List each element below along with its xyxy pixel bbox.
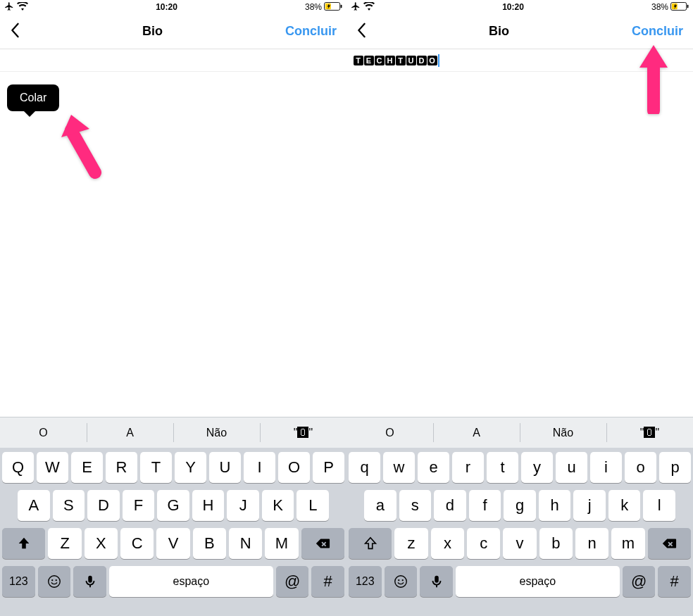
bio-text-area[interactable]: TECHTUDO — [346, 49, 693, 72]
suggestion[interactable]: A — [87, 417, 173, 448]
letter-key[interactable]: c — [467, 528, 500, 559]
letter-key[interactable]: l — [643, 490, 675, 521]
letter-key[interactable]: B — [193, 528, 226, 559]
letter-key[interactable]: M — [265, 528, 298, 559]
status-time: 10:20 — [502, 2, 524, 12]
letter-key[interactable]: y — [521, 452, 553, 483]
wifi-icon — [17, 2, 28, 13]
battery-icon — [324, 2, 342, 13]
letter-key[interactable]: h — [539, 490, 571, 521]
letter-key[interactable]: u — [556, 452, 587, 483]
letter-key[interactable]: N — [229, 528, 262, 559]
letter-key[interactable]: H — [192, 490, 225, 521]
page-title: Bio — [489, 24, 509, 39]
suggestion[interactable]: "🅾" — [260, 417, 346, 448]
letter-key[interactable]: k — [608, 490, 641, 521]
suggestion[interactable]: Não — [520, 417, 606, 448]
backspace-key[interactable] — [301, 528, 344, 559]
letter-key[interactable]: b — [539, 528, 573, 559]
letter-key[interactable]: e — [418, 452, 449, 483]
letter-key[interactable]: w — [383, 452, 415, 483]
backspace-key[interactable] — [648, 528, 691, 559]
letter-key[interactable]: L — [296, 490, 329, 521]
svg-rect-5 — [687, 4, 689, 8]
letter-key[interactable]: Q — [2, 452, 34, 483]
letter-key[interactable]: d — [434, 490, 466, 521]
done-button[interactable]: Concluir — [632, 24, 683, 39]
svg-point-11 — [402, 579, 404, 581]
letter-key[interactable]: V — [156, 528, 189, 559]
letter-key[interactable]: P — [313, 452, 344, 483]
svg-point-8 — [56, 579, 57, 581]
back-button[interactable] — [10, 22, 20, 42]
letter-key[interactable]: A — [18, 490, 50, 521]
letter-key[interactable]: G — [157, 490, 189, 521]
suggestion[interactable]: Não — [173, 417, 260, 448]
letter-key[interactable]: I — [244, 452, 275, 483]
airplane-mode-icon — [4, 1, 14, 13]
emoji-key[interactable] — [38, 566, 71, 597]
letter-key[interactable]: U — [209, 452, 241, 483]
letter-key[interactable]: p — [659, 452, 691, 483]
letter-key[interactable]: T — [140, 452, 172, 483]
letter-key[interactable]: C — [120, 528, 154, 559]
done-button[interactable]: Concluir — [285, 24, 337, 39]
letter-key[interactable]: i — [590, 452, 622, 483]
letter-key[interactable]: K — [262, 490, 294, 521]
paste-menu[interactable]: Colar — [7, 84, 59, 111]
shift-key[interactable] — [2, 528, 45, 559]
hash-key[interactable]: # — [311, 566, 344, 597]
letter-key[interactable]: E — [71, 452, 103, 483]
letter-key[interactable]: x — [431, 528, 464, 559]
letter-key[interactable]: j — [573, 490, 606, 521]
shift-key[interactable] — [349, 528, 392, 559]
suggestion[interactable]: O — [0, 417, 87, 448]
bio-text-area[interactable] — [0, 49, 346, 72]
page-title: Bio — [142, 24, 163, 39]
dictation-key[interactable] — [420, 566, 453, 597]
letter-key[interactable]: S — [53, 490, 85, 521]
space-key[interactable]: espaço — [456, 566, 620, 597]
status-time: 10:20 — [156, 2, 177, 12]
letter-key[interactable]: r — [452, 452, 484, 483]
letter-key[interactable]: n — [575, 528, 608, 559]
suggestion[interactable]: "🅾" — [606, 417, 693, 448]
letter-key[interactable]: o — [625, 452, 656, 483]
hash-key[interactable]: # — [658, 566, 691, 597]
space-key[interactable]: espaço — [109, 566, 273, 597]
letter-key[interactable]: Z — [48, 528, 81, 559]
svg-point-7 — [51, 579, 53, 581]
letter-key[interactable]: X — [85, 528, 118, 559]
letter-key[interactable]: s — [399, 490, 432, 521]
back-button[interactable] — [356, 22, 366, 42]
letter-key[interactable]: z — [394, 528, 427, 559]
letter-key[interactable]: D — [87, 490, 120, 521]
at-key[interactable]: @ — [623, 566, 656, 597]
letter-key[interactable]: v — [503, 528, 536, 559]
letter-key[interactable]: F — [123, 490, 155, 521]
letter-key[interactable]: q — [349, 452, 380, 483]
letter-key[interactable]: W — [37, 452, 68, 483]
number-mode-key[interactable]: 123 — [2, 566, 35, 597]
paste-action[interactable]: Colar — [20, 92, 46, 103]
dictation-key[interactable] — [73, 566, 106, 597]
at-key[interactable]: @ — [276, 566, 309, 597]
svg-point-10 — [398, 579, 399, 581]
letter-key[interactable]: J — [227, 490, 259, 521]
letter-key[interactable]: g — [504, 490, 536, 521]
letter-key[interactable]: O — [278, 452, 310, 483]
letter-key[interactable]: f — [469, 490, 501, 521]
letter-key[interactable]: R — [106, 452, 137, 483]
emoji-key[interactable] — [385, 566, 418, 597]
letter-key[interactable]: t — [487, 452, 518, 483]
suggestion-bar: O A Não "🅾" — [0, 417, 346, 448]
letter-key[interactable]: a — [364, 490, 397, 521]
suggestion[interactable]: A — [433, 417, 520, 448]
keyboard-right: O A Não "🅾" qwertyuiop asdfghjkl zxcvbnm… — [346, 417, 693, 616]
letter-key[interactable]: m — [611, 528, 644, 559]
number-mode-key[interactable]: 123 — [349, 566, 382, 597]
suggestion[interactable]: O — [346, 417, 433, 448]
nav-bar: Bio Concluir — [346, 14, 693, 49]
status-bar: 10:20 38% — [346, 0, 693, 14]
letter-key[interactable]: Y — [175, 452, 206, 483]
